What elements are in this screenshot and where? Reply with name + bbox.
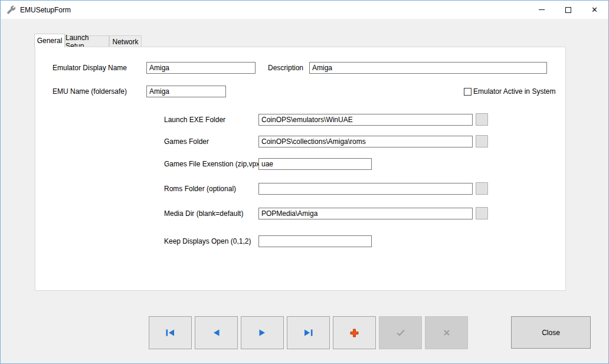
description-input[interactable] <box>309 62 547 74</box>
roms-folder-label: Roms Folder (optional) <box>164 183 236 195</box>
games-folder-browse-button[interactable] <box>476 135 488 147</box>
window-controls: ✕ <box>528 1 608 19</box>
tab-general-label: General <box>37 37 63 45</box>
last-record-icon <box>304 329 313 336</box>
description-label: Description <box>268 62 303 74</box>
wrench-icon <box>6 5 16 15</box>
window-title: EMUSetupForm <box>20 6 71 14</box>
emusetup-window: EMUSetupForm ✕ General Launch Setup Netw… <box>0 0 609 364</box>
next-record-button[interactable] <box>241 316 284 349</box>
emulator-active-label: Emulator Active in System <box>473 87 555 96</box>
roms-folder-browse-button[interactable] <box>476 182 488 195</box>
previous-record-icon <box>213 329 220 336</box>
tab-launch-setup[interactable]: Launch Setup <box>65 35 109 47</box>
add-record-button[interactable] <box>333 316 376 349</box>
tab-general[interactable]: General <box>34 34 65 47</box>
launch-exe-folder-input[interactable] <box>258 114 473 126</box>
keep-displays-open-input[interactable] <box>258 235 372 247</box>
next-record-icon <box>259 329 266 336</box>
emu-name-input[interactable] <box>146 86 226 97</box>
add-record-icon <box>350 329 359 337</box>
previous-record-button[interactable] <box>195 316 238 349</box>
media-dir-browse-button[interactable] <box>476 207 488 219</box>
minimize-button[interactable] <box>528 1 555 19</box>
maximize-button[interactable] <box>555 1 581 19</box>
first-record-icon <box>166 329 175 336</box>
launch-exe-folder-label: Launch EXE Folder <box>164 114 225 126</box>
tab-network-label: Network <box>112 38 138 46</box>
games-file-extension-label: Games File Exenstion (zip,vpx) <box>164 158 262 170</box>
close-button-label: Close <box>542 329 560 337</box>
close-window-button[interactable]: ✕ <box>581 1 608 19</box>
emu-name-label: EMU Name (foldersafe) <box>53 86 127 97</box>
games-folder-label: Games Folder <box>164 136 209 147</box>
emulator-display-name-input[interactable] <box>146 62 256 74</box>
last-record-button[interactable] <box>287 316 330 349</box>
media-dir-input[interactable] <box>258 208 473 219</box>
roms-folder-input[interactable] <box>258 183 473 195</box>
confirm-record-button[interactable] <box>379 316 422 349</box>
first-record-button[interactable] <box>149 316 192 349</box>
emulator-display-name-label: Emulator Display Name <box>53 62 127 74</box>
keep-displays-open-label: Keep Displays Open (0,1,2) <box>164 235 251 247</box>
close-button[interactable]: Close <box>511 316 591 349</box>
close-icon: ✕ <box>591 6 598 14</box>
cancel-record-button[interactable] <box>425 316 468 349</box>
launch-exe-folder-browse-button[interactable] <box>476 113 488 126</box>
checkmark-icon <box>396 329 405 336</box>
maximize-icon <box>565 7 571 13</box>
titlebar: EMUSetupForm ✕ <box>1 1 608 19</box>
emulator-active-checkbox-row: Emulator Active in System <box>464 86 555 97</box>
media-dir-label: Media Dir (blank=default) <box>164 208 243 219</box>
games-file-extension-input[interactable] <box>258 158 372 170</box>
minimize-icon <box>539 9 545 10</box>
emulator-active-checkbox[interactable] <box>464 88 472 96</box>
tab-network[interactable]: Network <box>109 35 142 47</box>
games-folder-input[interactable] <box>258 136 473 147</box>
x-icon <box>443 329 450 336</box>
